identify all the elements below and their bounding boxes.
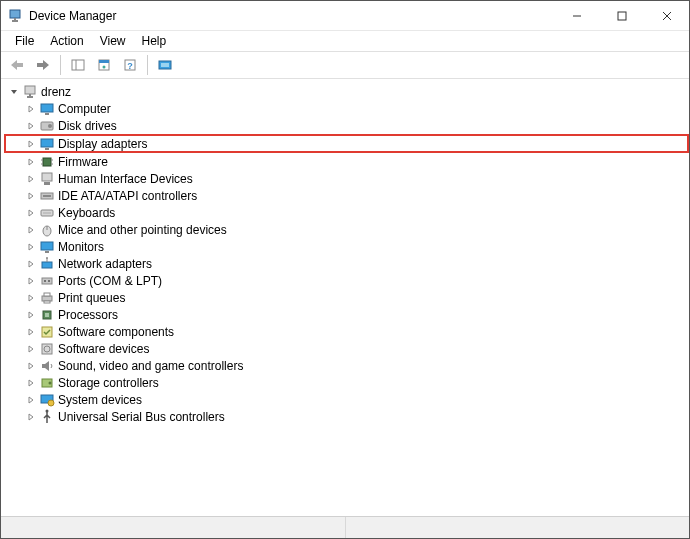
tree-category[interactable]: Keyboards xyxy=(24,204,689,221)
tree-category-label: Universal Serial Bus controllers xyxy=(58,410,225,424)
tree-category[interactable]: Sound, video and game controllers xyxy=(24,357,689,374)
svg-text:?: ? xyxy=(127,61,133,71)
display-icon xyxy=(39,136,55,152)
help-button[interactable]: ? xyxy=(118,53,142,77)
expand-icon[interactable] xyxy=(24,240,38,254)
tree-category[interactable]: Human Interface Devices xyxy=(24,170,689,187)
tree-category-label: Monitors xyxy=(58,240,104,254)
svg-rect-30 xyxy=(42,173,52,181)
system-icon xyxy=(39,392,55,408)
ide-icon xyxy=(39,188,55,204)
expand-icon[interactable] xyxy=(24,155,38,169)
monitor-icon xyxy=(39,101,55,117)
forward-button[interactable] xyxy=(31,53,55,77)
tree-category[interactable]: Firmware xyxy=(24,153,689,170)
tree-category[interactable]: Print queues xyxy=(24,289,689,306)
expand-icon[interactable] xyxy=(24,308,38,322)
tree-category-label: Software components xyxy=(58,325,174,339)
mouse-icon xyxy=(39,222,55,238)
expand-icon[interactable] xyxy=(24,359,38,373)
expand-icon[interactable] xyxy=(24,257,38,271)
tree-category-label: Network adapters xyxy=(58,257,152,271)
tree-category[interactable]: Storage controllers xyxy=(24,374,689,391)
menu-view[interactable]: View xyxy=(92,32,134,50)
back-button[interactable] xyxy=(5,53,29,77)
sound-icon xyxy=(39,358,55,374)
tree-category[interactable]: Software devices xyxy=(24,340,689,357)
tree-root[interactable]: drenz xyxy=(7,83,689,100)
window-controls xyxy=(554,1,689,31)
toolbar-separator xyxy=(147,55,148,75)
svg-rect-15 xyxy=(161,63,169,67)
hid-icon xyxy=(39,171,55,187)
svg-rect-4 xyxy=(618,12,626,20)
expand-icon[interactable] xyxy=(24,274,38,288)
menu-file[interactable]: File xyxy=(7,32,42,50)
expand-icon[interactable] xyxy=(24,376,38,390)
monitor-icon xyxy=(39,239,55,255)
tree-category[interactable]: Disk drives xyxy=(24,117,689,134)
tree-category[interactable]: Universal Serial Bus controllers xyxy=(24,408,689,425)
disk-icon xyxy=(39,118,55,134)
status-cell xyxy=(1,517,346,538)
expand-icon[interactable] xyxy=(24,223,38,237)
svg-rect-33 xyxy=(43,195,51,197)
svg-point-58 xyxy=(46,409,49,412)
svg-rect-18 xyxy=(29,94,31,96)
minimize-button[interactable] xyxy=(554,1,599,31)
properties-button[interactable] xyxy=(92,53,116,77)
expand-icon[interactable] xyxy=(24,342,38,356)
expand-icon[interactable] xyxy=(24,393,38,407)
svg-point-45 xyxy=(48,280,50,282)
status-cell xyxy=(346,517,690,538)
expand-icon[interactable] xyxy=(24,189,38,203)
tree-category-label: IDE ATA/ATAPI controllers xyxy=(58,189,197,203)
expand-icon[interactable] xyxy=(24,119,38,133)
expand-icon[interactable] xyxy=(24,206,38,220)
tree-category[interactable]: Mice and other pointing devices xyxy=(24,221,689,238)
svg-rect-43 xyxy=(42,278,52,284)
svg-point-44 xyxy=(44,280,46,282)
tree-category[interactable]: Display adapters xyxy=(4,134,689,153)
tree-category-label: Print queues xyxy=(58,291,125,305)
printer-icon xyxy=(39,290,55,306)
svg-rect-1 xyxy=(12,20,18,22)
tree-category[interactable]: Monitors xyxy=(24,238,689,255)
expand-icon[interactable] xyxy=(24,291,38,305)
svg-rect-39 xyxy=(45,251,49,253)
svg-rect-31 xyxy=(44,182,50,185)
svg-rect-7 xyxy=(72,60,84,70)
menu-action[interactable]: Action xyxy=(42,32,91,50)
tree-category[interactable]: Processors xyxy=(24,306,689,323)
expand-collapse-icon[interactable] xyxy=(7,85,21,99)
close-button[interactable] xyxy=(644,1,689,31)
tree-category[interactable]: Software components xyxy=(24,323,689,340)
tree-category[interactable]: System devices xyxy=(24,391,689,408)
svg-rect-19 xyxy=(41,104,53,112)
scan-button[interactable] xyxy=(153,53,177,77)
softdev-icon xyxy=(39,341,55,357)
expand-icon[interactable] xyxy=(24,325,38,339)
tree-category-label: Disk drives xyxy=(58,119,117,133)
tree-root-label: drenz xyxy=(41,85,71,99)
usb-icon xyxy=(39,409,55,425)
maximize-button[interactable] xyxy=(599,1,644,31)
tree-category-label: Sound, video and game controllers xyxy=(58,359,243,373)
expand-icon[interactable] xyxy=(24,172,38,186)
tree-category[interactable]: Network adapters xyxy=(24,255,689,272)
show-hide-tree-button[interactable] xyxy=(66,53,90,77)
tree-category[interactable]: Ports (COM & LPT) xyxy=(24,272,689,289)
tree-category[interactable]: IDE ATA/ATAPI controllers xyxy=(24,187,689,204)
statusbar xyxy=(1,516,689,538)
menu-help[interactable]: Help xyxy=(134,32,175,50)
tree-category-label: Human Interface Devices xyxy=(58,172,193,186)
expand-icon[interactable] xyxy=(24,410,38,424)
expand-icon[interactable] xyxy=(24,102,38,116)
tree-category[interactable]: Computer xyxy=(24,100,689,117)
device-tree[interactable]: drenz ComputerDisk drivesDisplay adapter… xyxy=(1,79,689,516)
svg-rect-48 xyxy=(44,301,50,303)
tree-category-label: Software devices xyxy=(58,342,149,356)
svg-point-57 xyxy=(48,400,54,406)
svg-rect-0 xyxy=(10,10,20,18)
expand-icon[interactable] xyxy=(24,137,38,151)
